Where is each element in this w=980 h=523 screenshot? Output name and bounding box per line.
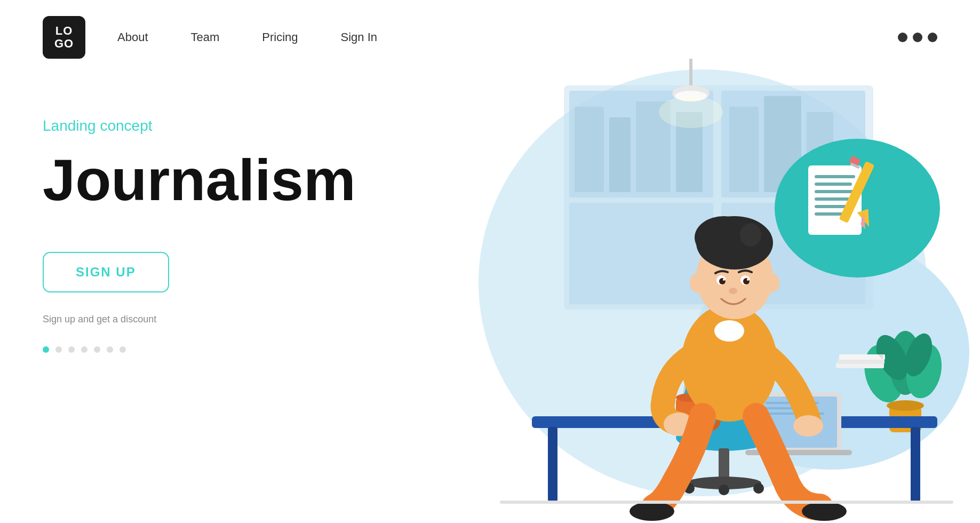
svg-point-61 <box>729 288 737 294</box>
svg-point-60 <box>747 279 749 281</box>
svg-point-54 <box>740 223 761 247</box>
svg-point-59 <box>723 279 725 281</box>
svg-rect-11 <box>729 107 759 192</box>
more-menu[interactable] <box>898 33 937 42</box>
more-dot-3 <box>928 33 937 42</box>
hero-illustration <box>393 43 980 523</box>
svg-point-17 <box>659 96 723 128</box>
signup-button[interactable]: SIGN UP <box>43 252 169 292</box>
svg-point-37 <box>753 483 764 494</box>
svg-point-38 <box>719 485 729 495</box>
logo-text: LOGO <box>54 25 74 50</box>
illustration-svg <box>393 43 980 523</box>
svg-rect-8 <box>609 117 631 192</box>
svg-rect-7 <box>575 107 604 192</box>
svg-rect-30 <box>548 427 557 502</box>
hero-subtitle: Landing concept <box>43 117 363 134</box>
logo[interactable]: LOGO <box>43 16 85 59</box>
svg-point-19 <box>887 400 924 411</box>
nav-signin[interactable]: Sign In <box>341 30 378 44</box>
page-dot-1[interactable] <box>43 346 49 353</box>
pagination <box>43 346 363 353</box>
svg-point-63 <box>764 273 779 292</box>
page-dot-6[interactable] <box>107 346 113 353</box>
svg-point-62 <box>690 273 705 292</box>
page-dot-3[interactable] <box>68 346 75 353</box>
nav-team[interactable]: Team <box>191 30 220 44</box>
svg-point-65 <box>793 415 823 437</box>
header: LOGO About Team Pricing Sign In <box>0 0 980 75</box>
svg-rect-82 <box>500 501 953 504</box>
page-dot-2[interactable] <box>55 346 62 353</box>
more-dot-1 <box>898 33 907 42</box>
hero-title: Journalism <box>43 150 363 209</box>
svg-rect-71 <box>815 175 855 178</box>
svg-rect-72 <box>815 183 852 186</box>
svg-rect-73 <box>815 190 855 193</box>
navigation: About Team Pricing Sign In <box>117 30 898 44</box>
svg-point-67 <box>802 502 847 521</box>
signup-hint: Sign up and get a discount <box>43 314 363 325</box>
svg-rect-27 <box>839 354 885 360</box>
svg-rect-31 <box>911 427 920 502</box>
svg-point-66 <box>630 502 674 521</box>
main-content: Landing concept Journalism SIGN UP Sign … <box>0 75 980 523</box>
nav-pricing[interactable]: Pricing <box>262 30 298 44</box>
nav-about[interactable]: About <box>117 30 148 44</box>
svg-rect-34 <box>719 448 729 480</box>
more-dot-2 <box>913 33 922 42</box>
svg-rect-48 <box>689 331 769 406</box>
page-dot-5[interactable] <box>94 346 100 353</box>
svg-point-49 <box>714 320 744 342</box>
page-dot-4[interactable] <box>81 346 87 353</box>
hero-text: Landing concept Journalism SIGN UP Sign … <box>43 96 363 353</box>
svg-rect-74 <box>815 197 849 201</box>
page-dot-7[interactable] <box>119 346 126 353</box>
